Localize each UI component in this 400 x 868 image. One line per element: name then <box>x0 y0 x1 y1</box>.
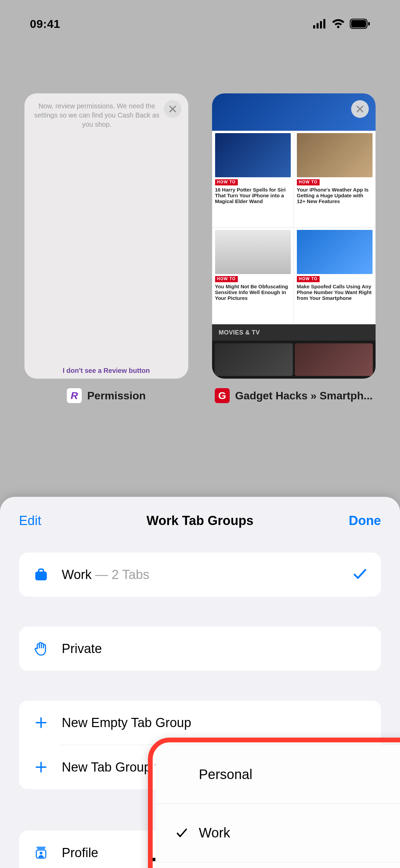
rakuten-favicon: R <box>67 388 82 403</box>
wifi-icon <box>331 19 345 29</box>
svg-rect-0 <box>313 25 315 29</box>
battery-icon <box>350 19 370 29</box>
profile-option-personal[interactable]: Personal <box>155 745 400 803</box>
tab-card-permission[interactable]: Now, review permissions. We need the set… <box>24 93 188 403</box>
checkmark-icon <box>174 827 189 839</box>
article-cell: HOW TO 16 Harry Potter Spells for Siri T… <box>212 131 294 228</box>
new-empty-tab-group-button[interactable]: New Empty Tab Group <box>19 701 381 745</box>
done-button[interactable]: Done <box>349 513 381 528</box>
status-indicators <box>313 19 370 29</box>
edit-button[interactable]: Edit <box>19 513 41 528</box>
svg-rect-2 <box>320 21 322 29</box>
close-tab-button[interactable] <box>164 100 182 118</box>
group-name: Private <box>62 641 102 656</box>
cellular-icon <box>313 19 327 29</box>
svg-rect-6 <box>368 22 370 25</box>
group-tab-count: — 2 Tabs <box>92 567 149 582</box>
status-bar: 09:41 <box>0 0 400 48</box>
tab-card-gadgethacks[interactable]: HOW TO 16 Harry Potter Spells for Siri T… <box>212 93 376 403</box>
tab-title: Permission <box>87 390 146 402</box>
article-cell: HOW TO You Might Not Be Obfuscating Sens… <box>212 228 294 324</box>
tab1-snippet: Now, review permissions. We need the set… <box>33 102 161 129</box>
sheet-title: Work Tab Groups <box>147 513 253 528</box>
svg-rect-1 <box>317 23 319 29</box>
group-name: Work <box>62 567 92 582</box>
section-header: MOVIES & TV <box>212 324 376 341</box>
profile-option-work[interactable]: Work <box>155 803 400 862</box>
option-label: Personal <box>199 767 252 782</box>
plus-icon <box>33 717 50 729</box>
close-icon <box>356 105 364 113</box>
article-grid: HOW TO 16 Harry Potter Spells for Siri T… <box>212 131 376 324</box>
plus-icon <box>33 761 50 773</box>
profile-label: Profile <box>62 846 98 860</box>
hand-icon <box>33 641 50 656</box>
sheet-header: Edit Work Tab Groups Done <box>0 497 400 544</box>
article-cell: HOW TO Make Spoofed Calls Using Any Phon… <box>294 228 376 324</box>
tab-title: Gadget Hacks » Smartph... <box>235 390 373 402</box>
close-tab-button[interactable] <box>351 100 369 118</box>
tab1-footer-link: I don't see a Review button <box>24 367 188 375</box>
checkmark-icon <box>353 566 367 583</box>
option-label: Work <box>199 825 230 840</box>
profile-option-test[interactable]: Test <box>155 862 400 868</box>
tab-group-work[interactable]: Work — 2 Tabs <box>19 553 381 597</box>
profile-select-menu: Personal Work Test <box>155 745 400 868</box>
tab-group-private[interactable]: Private <box>19 627 381 671</box>
svg-rect-3 <box>323 19 325 29</box>
tab-overview: Now, review permissions. We need the set… <box>24 93 376 403</box>
new-empty-label: New Empty Tab Group <box>62 716 191 730</box>
article-cell: HOW TO Your iPhone's Weather App Is Gett… <box>294 131 376 228</box>
profile-icon <box>33 845 50 860</box>
svg-rect-5 <box>351 20 366 28</box>
gadgethacks-favicon: G <box>215 388 230 403</box>
status-time: 09:41 <box>30 17 60 31</box>
svg-rect-7 <box>35 572 47 580</box>
svg-point-9 <box>40 852 42 854</box>
briefcase-icon <box>33 567 50 582</box>
close-icon <box>169 105 177 113</box>
